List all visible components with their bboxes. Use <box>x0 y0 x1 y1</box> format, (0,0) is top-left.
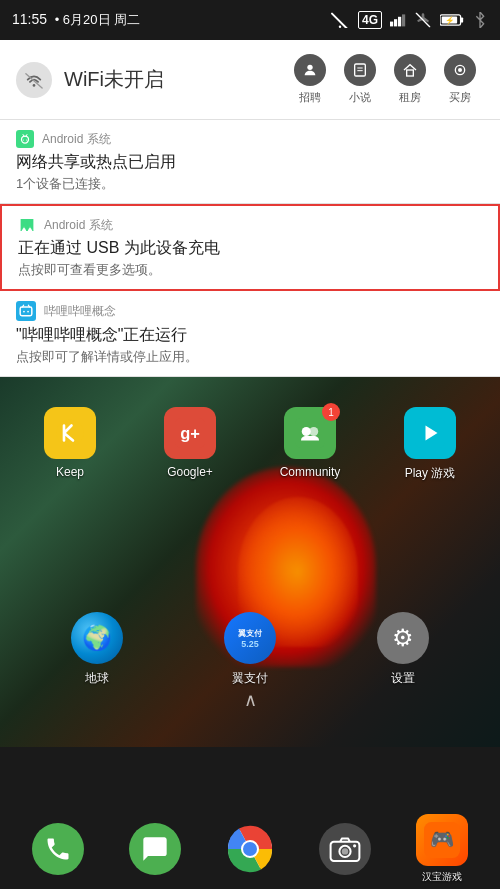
wifi-label: WiFi未开启 <box>64 66 278 93</box>
svg-text:⚡: ⚡ <box>445 15 455 25</box>
status-bar: 11:55 • 6月20日 周二 4G ⚡ <box>0 0 500 40</box>
novel-icon <box>344 54 376 86</box>
svg-rect-3 <box>402 14 405 26</box>
status-icons: 4G ⚡ <box>330 11 488 29</box>
app-earth[interactable]: 🌍 地球 <box>57 612 137 687</box>
svg-point-38 <box>243 842 257 856</box>
dock-phone[interactable] <box>32 823 84 875</box>
home-app-row-2: 🌍 地球 翼支付 5.25 翼支付 ⚙ 设置 <box>0 612 500 687</box>
dock-camera[interactable] <box>319 823 371 875</box>
home-app-row-1: Keep g+ Google+ 1 Community <box>0 407 500 482</box>
hanbaoyouxi-dock-icon: 🎮 <box>416 814 468 866</box>
app-play-games[interactable]: Play 游戏 <box>390 407 470 482</box>
wifi-icon <box>16 62 52 98</box>
earth-app-icon: 🌍 <box>71 612 123 664</box>
svg-rect-1 <box>394 19 397 26</box>
messages-dock-icon <box>129 823 181 875</box>
quick-action-recruit[interactable]: 招聘 <box>286 50 334 109</box>
bottom-dock: 🎮 汉宝游戏 <box>0 809 500 889</box>
alipay-app-icon: 翼支付 5.25 <box>224 612 276 664</box>
svg-rect-12 <box>355 64 366 76</box>
bilibili-icon <box>16 301 36 321</box>
notif-body-2: 点按即可查看更多选项。 <box>18 261 482 279</box>
svg-rect-0 <box>390 22 393 27</box>
settings-label: 设置 <box>391 670 415 687</box>
svg-point-11 <box>307 65 312 70</box>
app-community[interactable]: 1 Community <box>270 407 350 482</box>
svg-point-33 <box>309 427 318 436</box>
svg-point-42 <box>353 844 356 847</box>
svg-point-9 <box>33 84 36 87</box>
novel-label: 小说 <box>349 90 371 105</box>
hanbaoyouxi-label: 汉宝游戏 <box>422 870 462 884</box>
signal-icon <box>390 12 406 28</box>
svg-rect-23 <box>20 307 32 316</box>
rent-label: 租房 <box>399 90 421 105</box>
notif-body-1: 1个设备已连接。 <box>16 175 484 193</box>
svg-rect-15 <box>407 70 414 76</box>
app-settings[interactable]: ⚙ 设置 <box>363 612 443 687</box>
recruit-label: 招聘 <box>299 90 321 105</box>
notif-app-name-2: Android 系统 <box>44 217 113 234</box>
camera-dock-icon <box>319 823 371 875</box>
time: 11:55 <box>12 11 47 27</box>
earth-label: 地球 <box>85 670 109 687</box>
keep-app-icon <box>44 407 96 459</box>
play-app-icon <box>404 407 456 459</box>
notif-app-name-1: Android 系统 <box>42 131 111 148</box>
svg-point-26 <box>23 311 25 313</box>
community-label: Community <box>280 465 341 479</box>
notification-network-sharing[interactable]: Android 系统 网络共享或热点已启用 1个设备已连接。 <box>0 120 500 204</box>
home-wallpaper: Keep g+ Google+ 1 Community <box>0 377 500 747</box>
svg-point-41 <box>342 848 348 854</box>
wifi-row[interactable]: WiFi未开启 招聘 小说 租房 <box>0 40 500 120</box>
quick-action-rent[interactable]: 租房 <box>386 50 434 109</box>
recruit-icon <box>294 54 326 86</box>
svg-point-16 <box>458 68 462 72</box>
svg-point-21 <box>23 140 24 141</box>
rent-icon <box>394 54 426 86</box>
svg-text:🎮: 🎮 <box>430 827 455 851</box>
date: • 6月20日 周二 <box>55 12 140 27</box>
android-icon-1 <box>16 130 34 148</box>
quick-action-novel[interactable]: 小说 <box>336 50 384 109</box>
app-google-plus[interactable]: g+ Google+ <box>150 407 230 482</box>
buyhome-icon <box>444 54 476 86</box>
notif-title-2: 正在通过 USB 为此设备充电 <box>18 238 482 259</box>
quick-action-buyhome[interactable]: 买房 <box>436 50 484 109</box>
play-games-label: Play 游戏 <box>405 465 456 482</box>
dock-hanbaoyouxi[interactable]: 🎮 汉宝游戏 <box>416 814 468 884</box>
battery-icon: ⚡ <box>440 12 464 28</box>
svg-point-28 <box>57 420 84 447</box>
android-usb-icon <box>18 216 36 234</box>
buyhome-label: 买房 <box>449 90 471 105</box>
notif-title-3: "哔哩哔哩概念"正在运行 <box>16 325 484 346</box>
up-arrow-icon[interactable]: ∧ <box>244 689 257 711</box>
notif-title-1: 网络共享或热点已启用 <box>16 152 484 173</box>
dock-chrome[interactable] <box>226 825 274 873</box>
notification-panel: WiFi未开启 招聘 小说 租房 <box>0 40 500 377</box>
svg-point-22 <box>26 140 27 141</box>
4g-icon: 4G <box>358 11 382 29</box>
status-time-date: 11:55 • 6月20日 周二 <box>12 11 140 29</box>
no-wifi-icon <box>330 12 350 28</box>
chrome-dock-icon <box>226 825 274 873</box>
phone-dock-icon <box>32 823 84 875</box>
app-keep[interactable]: Keep <box>30 407 110 482</box>
notification-usb-charging[interactable]: Android 系统 正在通过 USB 为此设备充电 点按即可查看更多选项。 <box>0 204 500 291</box>
svg-point-27 <box>27 311 29 313</box>
svg-rect-6 <box>461 17 464 22</box>
gplus-app-icon: g+ <box>164 407 216 459</box>
svg-rect-2 <box>398 17 401 27</box>
gplus-label: Google+ <box>167 465 213 479</box>
notification-bilibili[interactable]: 哔哩哔哩概念 "哔哩哔哩概念"正在运行 点按即可了解详情或停止应用。 <box>0 291 500 377</box>
settings-app-icon: ⚙ <box>377 612 429 664</box>
community-app-icon: 1 <box>284 407 336 459</box>
no-flight-icon <box>414 12 432 28</box>
keep-label: Keep <box>56 465 84 479</box>
app-alipay[interactable]: 翼支付 5.25 翼支付 <box>210 612 290 687</box>
alipay-label: 翼支付 <box>232 670 268 687</box>
notif-body-3: 点按即可了解详情或停止应用。 <box>16 348 484 366</box>
dock-messages[interactable] <box>129 823 181 875</box>
home-screen: Keep g+ Google+ 1 Community <box>0 377 500 747</box>
